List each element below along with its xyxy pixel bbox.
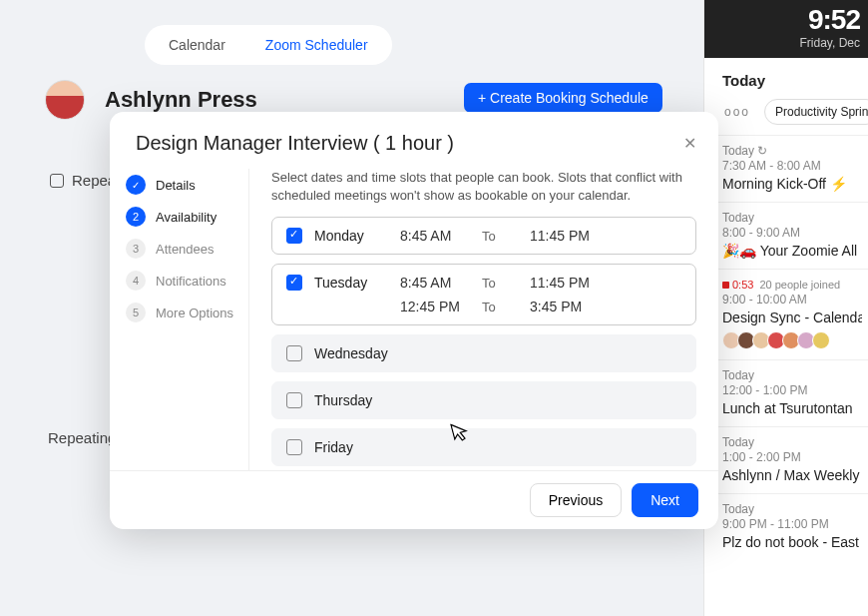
close-icon[interactable]: ✕ — [683, 134, 696, 153]
step-availability[interactable]: Availability — [126, 201, 248, 233]
checkbox-friday[interactable] — [286, 439, 302, 455]
time-to[interactable]: 11:45 PM — [530, 228, 610, 244]
day-label: Wednesday — [314, 345, 681, 361]
day-label: Thursday — [314, 392, 681, 408]
day-row-monday: Monday 8:45 AM To 11:45 PM — [271, 217, 696, 255]
wizard-steps: Details Availability Attendees Notificat… — [110, 169, 249, 470]
time-from[interactable]: 12:45 PM — [400, 299, 474, 314]
time-to[interactable]: 11:45 PM — [530, 275, 610, 291]
help-text: Select dates and time slots that people … — [271, 169, 696, 205]
checkbox-tuesday[interactable] — [286, 275, 302, 291]
step-more-options[interactable]: More Options — [126, 297, 248, 328]
availability-form: Select dates and time slots that people … — [249, 169, 718, 470]
day-row-tuesday: Tuesday 8:45 AM To 11:45 PM 12:45 PM To … — [271, 264, 696, 325]
time-from[interactable]: 8:45 AM — [400, 275, 474, 291]
checkbox-wednesday[interactable] — [286, 345, 302, 361]
time-to[interactable]: 3:45 PM — [530, 299, 610, 314]
availability-modal: Design Manager Interview ( 1 hour ) ✕ De… — [110, 112, 718, 529]
modal-title: Design Manager Interview ( 1 hour ) — [110, 112, 718, 169]
checkbox-monday[interactable] — [286, 228, 302, 244]
next-button[interactable]: Next — [632, 483, 698, 517]
day-label: Monday — [314, 228, 392, 244]
step-notifications[interactable]: Notifications — [126, 265, 248, 297]
day-label: Friday — [314, 439, 681, 455]
day-row-thursday: Thursday — [271, 381, 696, 419]
previous-button[interactable]: Previous — [530, 483, 622, 517]
day-label: Tuesday — [314, 275, 392, 291]
time-from[interactable]: 8:45 AM — [400, 228, 474, 244]
checkbox-thursday[interactable] — [286, 392, 302, 408]
step-attendees[interactable]: Attendees — [126, 233, 248, 265]
day-row-wednesday: Wednesday — [271, 334, 696, 372]
day-row-friday: Friday — [271, 428, 696, 466]
step-details[interactable]: Details — [126, 169, 248, 201]
